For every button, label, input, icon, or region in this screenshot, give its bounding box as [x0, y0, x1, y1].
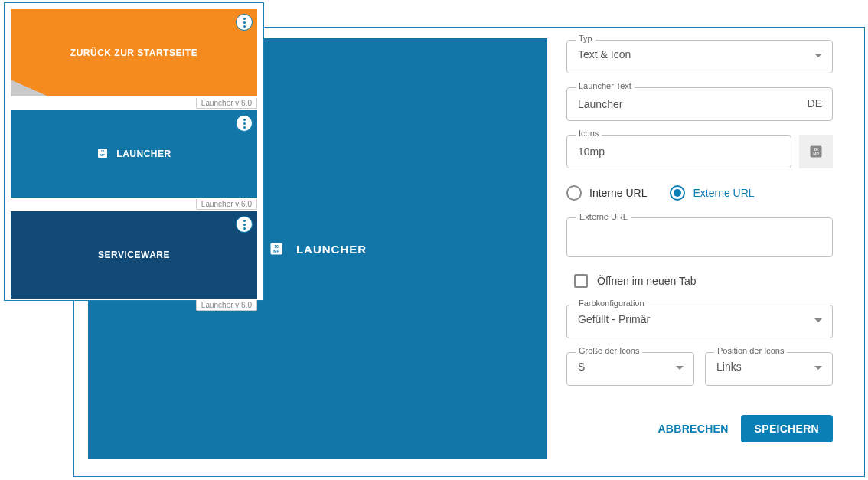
card-menu-button[interactable]: [236, 14, 253, 31]
launcher-card[interactable]: 10MP LAUNCHER Launcher v 6.0: [11, 110, 257, 198]
card-version-tag: Launcher v 6.0: [196, 199, 257, 210]
icon-position-value: Links: [705, 352, 833, 386]
radio-internal-label: Interne URL: [589, 187, 647, 199]
open-new-tab-checkbox[interactable]: Öffnen im neuen Tab: [566, 274, 833, 288]
icon-size-select[interactable]: S Größe der Icons: [566, 352, 694, 386]
chevron-down-icon: [814, 54, 822, 57]
icon-position-select[interactable]: Links Position der Icons: [705, 352, 833, 386]
icon-size-label: Größe der Icons: [576, 346, 642, 355]
card-corner-decoration: [11, 80, 49, 96]
url-type-radio-group: Interne URL Externe URL: [566, 185, 833, 201]
color-config-value: Gefüllt - Primär: [566, 305, 833, 338]
save-button[interactable]: SPEICHERN: [741, 415, 833, 442]
10mp-icon: 10MP: [269, 241, 284, 256]
more-vertical-icon: [243, 18, 246, 28]
launcher-card[interactable]: SERVICEWARE Launcher v 6.0: [11, 211, 257, 299]
external-url-label: Externe URL: [576, 212, 631, 221]
card-version-tag: Launcher v 6.0: [196, 300, 257, 311]
color-config-select[interactable]: Gefüllt - Primär Farbkonfiguration: [566, 305, 833, 338]
cancel-button[interactable]: ABBRECHEN: [658, 423, 728, 435]
form-panel: Text & Icon Typ Launcher Text DE Icons 1…: [566, 40, 833, 442]
card-label: ZURÜCK ZUR STARTSEITE: [70, 47, 197, 58]
launcher-cards-list: ZURÜCK ZUR STARTSEITE Launcher v 6.0 10M…: [4, 2, 264, 301]
form-actions: ABBRECHEN SPEICHERN: [566, 415, 833, 442]
type-select[interactable]: Text & Icon Typ: [566, 40, 833, 73]
icon-position-label: Position der Icons: [714, 346, 787, 355]
preview-label: LAUNCHER: [296, 243, 367, 256]
type-label: Typ: [576, 34, 596, 43]
launcher-card[interactable]: ZURÜCK ZUR STARTSEITE Launcher v 6.0: [11, 9, 257, 96]
card-label: SERVICEWARE: [98, 250, 170, 260]
chevron-down-icon: [814, 318, 822, 322]
svg-text:MP: MP: [100, 153, 105, 157]
icon-preview: 10MP: [799, 135, 833, 168]
card-menu-button[interactable]: [236, 216, 253, 233]
icons-field[interactable]: [566, 135, 791, 168]
svg-text:MP: MP: [813, 152, 819, 156]
svg-text:MP: MP: [273, 249, 279, 253]
card-label: LAUNCHER: [116, 149, 171, 159]
external-url-input[interactable]: Externe URL: [566, 217, 833, 257]
more-vertical-icon: [243, 119, 246, 129]
icons-input[interactable]: Icons: [566, 135, 791, 168]
type-value: Text & Icon: [566, 40, 833, 73]
chevron-down-icon: [676, 366, 684, 370]
chevron-down-icon: [814, 366, 822, 370]
more-vertical-icon: [243, 220, 246, 230]
launcher-text-field[interactable]: [566, 87, 833, 121]
card-menu-button[interactable]: [236, 115, 253, 132]
launcher-text-input[interactable]: Launcher Text DE: [566, 87, 833, 121]
radio-external-label: Externe URL: [693, 187, 754, 199]
radio-internal-url[interactable]: Interne URL: [566, 185, 647, 201]
10mp-icon: 10MP: [96, 147, 109, 162]
icons-label: Icons: [576, 129, 602, 138]
radio-external-url[interactable]: Externe URL: [670, 185, 754, 201]
color-config-label: Farbkonfiguration: [576, 299, 648, 308]
language-suffix: DE: [808, 97, 822, 109]
checkbox-icon: [574, 274, 588, 288]
launcher-text-label: Launcher Text: [576, 81, 635, 90]
open-new-tab-label: Öffnen im neuen Tab: [597, 275, 696, 287]
icon-size-value: S: [566, 352, 694, 386]
card-version-tag: Launcher v 6.0: [196, 98, 257, 109]
